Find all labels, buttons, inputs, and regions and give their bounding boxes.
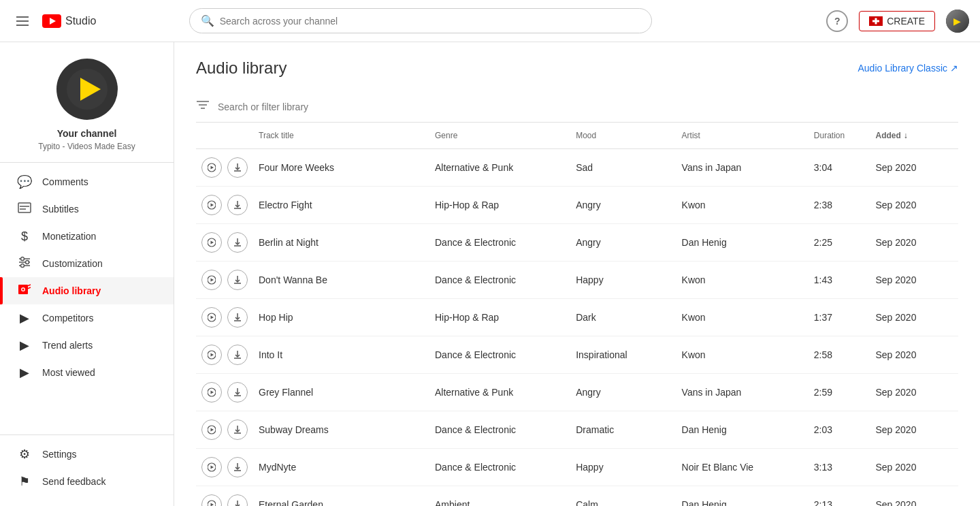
channel-info: Your channel Typito - Videos Made Easy bbox=[0, 42, 174, 163]
classic-link[interactable]: Audio Library Classic ↗ bbox=[858, 63, 959, 74]
track-mood: Dramatic bbox=[570, 411, 676, 449]
row-actions bbox=[196, 299, 253, 336]
download-button[interactable] bbox=[227, 232, 248, 253]
table-row: Electro Fight Hip-Hop & Rap Angry Kwon 2… bbox=[196, 187, 958, 224]
sidebar-item-audio-library[interactable]: Audio library bbox=[0, 277, 174, 304]
sidebar-item-send-feedback[interactable]: ⚑ Send feedback bbox=[0, 468, 174, 495]
play-button[interactable] bbox=[201, 345, 222, 365]
main-content: Audio library Audio Library Classic ↗ T bbox=[174, 42, 980, 506]
play-button[interactable] bbox=[201, 232, 222, 253]
track-title: Into It bbox=[253, 336, 429, 374]
channel-avatar[interactable] bbox=[56, 59, 118, 120]
subtitles-icon bbox=[16, 202, 33, 217]
track-title: Four More Weeks bbox=[253, 149, 429, 187]
sidebar-item-trend-alerts[interactable]: ▶ Trend alerts bbox=[0, 332, 174, 359]
sidebar-item-most-viewed[interactable]: ▶ Most viewed bbox=[0, 359, 174, 386]
row-actions bbox=[196, 224, 253, 262]
download-button[interactable] bbox=[227, 494, 248, 506]
feedback-icon: ⚑ bbox=[16, 474, 33, 489]
track-added: Sep 2020 bbox=[870, 187, 958, 224]
track-mood: Happy bbox=[570, 262, 676, 299]
download-button[interactable] bbox=[227, 420, 248, 440]
download-button[interactable] bbox=[227, 457, 248, 477]
track-artist: Kwon bbox=[676, 187, 808, 224]
sidebar-item-comments[interactable]: 💬 Comments bbox=[0, 168, 174, 195]
track-duration: 2:38 bbox=[808, 187, 870, 224]
trend-alerts-icon: ▶ bbox=[16, 338, 33, 353]
download-button[interactable] bbox=[227, 195, 248, 215]
avatar-inner: ▶ bbox=[946, 10, 969, 33]
track-genre: Dance & Electronic bbox=[429, 411, 570, 449]
download-button[interactable] bbox=[227, 270, 248, 290]
global-search-bar[interactable]: 🔍 bbox=[189, 8, 652, 33]
sidebar-item-competitors[interactable]: ▶ Competitors bbox=[0, 304, 174, 332]
row-actions bbox=[196, 486, 253, 507]
most-viewed-icon: ▶ bbox=[16, 365, 33, 380]
play-button[interactable] bbox=[201, 382, 222, 402]
track-genre: Hip-Hop & Rap bbox=[429, 299, 570, 336]
track-genre: Hip-Hop & Rap bbox=[429, 187, 570, 224]
play-button[interactable] bbox=[201, 270, 222, 290]
th-artist: Artist bbox=[676, 123, 808, 149]
app-layout: Your channel Typito - Videos Made Easy 💬… bbox=[0, 42, 980, 506]
play-button[interactable] bbox=[201, 307, 222, 328]
table-row: Grey Flannel Alternative & Punk Angry Va… bbox=[196, 374, 958, 411]
swiss-flag-icon bbox=[869, 16, 883, 26]
svg-rect-4 bbox=[872, 20, 879, 22]
download-button[interactable] bbox=[227, 382, 248, 402]
play-button[interactable] bbox=[201, 420, 222, 440]
classic-link-label: Audio Library Classic bbox=[858, 63, 948, 74]
create-label: CREATE bbox=[887, 16, 925, 27]
hamburger-menu[interactable] bbox=[11, 11, 34, 31]
track-title: Electro Fight bbox=[253, 187, 429, 224]
download-button[interactable] bbox=[227, 307, 248, 328]
download-button[interactable] bbox=[227, 157, 248, 178]
row-actions bbox=[196, 187, 253, 224]
th-mood: Mood bbox=[570, 123, 676, 149]
svg-line-20 bbox=[27, 285, 31, 286]
track-title: MydNyte bbox=[253, 449, 429, 486]
sidebar-item-label: Subtitles bbox=[42, 204, 79, 215]
track-mood: Dark bbox=[570, 299, 676, 336]
track-mood: Angry bbox=[570, 224, 676, 262]
play-button[interactable] bbox=[201, 494, 222, 506]
monetization-icon: $ bbox=[16, 230, 33, 244]
sidebar-item-settings[interactable]: ⚙ Settings bbox=[0, 441, 174, 468]
table-body: Four More Weeks Alternative & Punk Sad V… bbox=[196, 149, 958, 507]
track-artist: Vans in Japan bbox=[676, 149, 808, 187]
track-title: Subway Dreams bbox=[253, 411, 429, 449]
th-track-title: Track title bbox=[253, 123, 429, 149]
th-duration: Duration bbox=[808, 123, 870, 149]
svg-marker-42 bbox=[211, 316, 214, 319]
external-link-icon: ↗ bbox=[950, 63, 958, 74]
sidebar-item-label: Settings bbox=[42, 449, 77, 460]
track-title: Hop Hip bbox=[253, 299, 429, 336]
play-button[interactable] bbox=[201, 157, 222, 178]
sidebar-item-subtitles[interactable]: Subtitles bbox=[0, 195, 174, 223]
svg-marker-62 bbox=[211, 503, 214, 507]
track-duration: 1:37 bbox=[808, 299, 870, 336]
table-row: Four More Weeks Alternative & Punk Sad V… bbox=[196, 149, 958, 187]
track-artist: Kwon bbox=[676, 262, 808, 299]
track-artist: Vans in Japan bbox=[676, 374, 808, 411]
play-button[interactable] bbox=[201, 195, 222, 215]
account-avatar[interactable]: ▶ bbox=[946, 10, 969, 33]
play-button[interactable] bbox=[201, 457, 222, 477]
track-artist: Noir Et Blanc Vie bbox=[676, 449, 808, 486]
sidebar-item-label: Customization bbox=[42, 258, 103, 269]
svg-rect-8 bbox=[18, 203, 31, 212]
track-artist: Dan Henig bbox=[676, 411, 808, 449]
search-icon: 🔍 bbox=[201, 14, 214, 27]
create-button[interactable]: CREATE bbox=[859, 11, 935, 31]
sidebar-item-monetization[interactable]: $ Monetization bbox=[0, 223, 174, 250]
settings-icon: ⚙ bbox=[16, 447, 33, 462]
download-button[interactable] bbox=[227, 345, 248, 365]
th-added[interactable]: Added ↓ bbox=[870, 123, 958, 149]
table-row: Berlin at Night Dance & Electronic Angry… bbox=[196, 224, 958, 262]
track-added: Sep 2020 bbox=[870, 486, 958, 507]
help-button[interactable]: ? bbox=[826, 10, 848, 32]
filter-input[interactable] bbox=[218, 101, 958, 112]
track-mood: Angry bbox=[570, 374, 676, 411]
sidebar-item-customization[interactable]: Customization bbox=[0, 250, 174, 277]
search-input[interactable] bbox=[220, 16, 640, 27]
